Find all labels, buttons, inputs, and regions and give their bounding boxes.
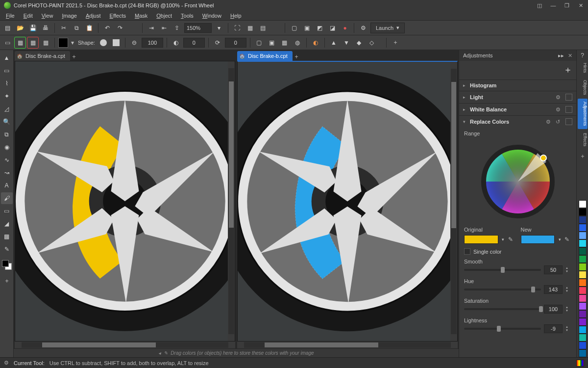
paint-tool[interactable]: 🖌: [1, 192, 13, 204]
tab-a[interactable]: Disc Brake-a.cpt: [15, 51, 70, 61]
lightness-spinner[interactable]: ▲▼: [565, 325, 571, 332]
mask-c-button[interactable]: ◩: [314, 23, 325, 33]
magic-wand-tool[interactable]: ✦: [1, 90, 13, 102]
help-icon[interactable]: ?: [581, 52, 584, 59]
fill-tool[interactable]: ◢: [1, 218, 13, 230]
menu-object[interactable]: Object: [152, 12, 176, 20]
scrollbar-h-a[interactable]: [15, 342, 235, 348]
palette-swatch[interactable]: [579, 263, 587, 271]
zoom-input[interactable]: [184, 23, 212, 33]
saturation-spinner[interactable]: ▲▼: [565, 306, 571, 313]
reset-icon[interactable]: ↺: [556, 119, 563, 125]
saturation-value[interactable]: 100: [544, 305, 563, 314]
menu-view[interactable]: View: [38, 12, 57, 20]
white-balance-section[interactable]: ▸ White Balance ⚙: [459, 104, 576, 115]
add-prop-button[interactable]: ＋: [390, 37, 401, 48]
palette-swatch[interactable]: [579, 326, 587, 334]
menu-help[interactable]: Help: [226, 12, 245, 20]
docker-collapse-icon[interactable]: ▸▸: [558, 53, 564, 59]
add-adjustment-button[interactable]: ＋: [564, 64, 572, 76]
smooth-slider[interactable]: [464, 269, 541, 271]
redo-button[interactable]: ↷: [115, 23, 125, 33]
launch-dropdown[interactable]: Launch▾: [370, 23, 405, 33]
hue-slider[interactable]: [464, 289, 541, 290]
palette-swatch[interactable]: [579, 342, 587, 349]
status-settings-icon[interactable]: ⚙: [4, 360, 9, 366]
minimize-icon[interactable]: —: [550, 2, 557, 9]
liquid-tool[interactable]: ∿: [1, 154, 13, 166]
pick-mode-a[interactable]: ▭: [2, 37, 13, 48]
color-well[interactable]: [2, 260, 12, 270]
zoom-tool[interactable]: 🔍: [1, 116, 13, 128]
paste-button[interactable]: 📋: [84, 23, 95, 33]
tool-opt-1[interactable]: ▲: [328, 37, 339, 48]
palette-swatch[interactable]: [579, 247, 587, 255]
color-range-wheel[interactable]: [464, 140, 571, 223]
dock-tab-effects[interactable]: Effects: [578, 130, 588, 149]
tab-a-plus[interactable]: ＋: [71, 53, 77, 61]
freehand-mask-tool[interactable]: ⌇: [1, 78, 13, 89]
palette-swatch[interactable]: [579, 302, 587, 310]
saturation-slider[interactable]: [464, 308, 541, 310]
pick-tool[interactable]: ▲: [1, 52, 13, 64]
shape-tool[interactable]: ▭: [1, 205, 13, 217]
hue-spinner[interactable]: ▲▼: [565, 286, 571, 293]
close-icon[interactable]: ✕: [577, 2, 584, 9]
fullscreen-button[interactable]: ⛶: [232, 23, 243, 33]
tray-eyedropper-icon[interactable]: ✎: [164, 350, 168, 356]
palette-swatch[interactable]: [579, 310, 587, 318]
visibility-toggle[interactable]: [565, 118, 572, 125]
dock-tab-adjustments[interactable]: Adjustments: [578, 99, 588, 129]
menu-effects[interactable]: Effects: [106, 12, 130, 20]
canvas-b[interactable]: [237, 61, 458, 342]
overlay-toggle[interactable]: ◐: [310, 37, 321, 48]
replace-colors-section[interactable]: ▾ Replace Colors ⚙ ↺: [459, 116, 576, 128]
mask-b-button[interactable]: ▣: [301, 23, 312, 33]
scrollbar-h-b[interactable]: [237, 342, 458, 348]
docker-close-icon[interactable]: ✕: [568, 53, 572, 59]
palette-swatch[interactable]: [579, 232, 587, 239]
palette-swatch[interactable]: [579, 224, 587, 232]
palette-swatch[interactable]: [579, 239, 587, 247]
menu-window[interactable]: Window: [198, 12, 225, 20]
prop-btn-1[interactable]: ▢: [254, 37, 265, 48]
maximize-icon[interactable]: ❐: [564, 2, 570, 9]
hue-value[interactable]: 143: [544, 285, 563, 294]
import-button[interactable]: ⇥: [146, 23, 157, 33]
color-tray[interactable]: ◂ ✎ Drag colors (or objects) here to sto…: [14, 348, 459, 357]
original-color-caret[interactable]: ▾: [500, 237, 506, 242]
gear-icon[interactable]: ⚙: [556, 106, 563, 113]
menu-edit[interactable]: Edit: [20, 12, 37, 20]
eyedropper-tool[interactable]: ✎: [1, 243, 13, 255]
original-eyedropper-icon[interactable]: ✎: [508, 236, 515, 243]
open-button[interactable]: 📂: [15, 23, 25, 33]
feather-input[interactable]: [183, 38, 205, 48]
mask-d-button[interactable]: ◪: [327, 23, 338, 33]
menu-tools[interactable]: Tools: [177, 12, 197, 20]
visibility-toggle[interactable]: [565, 106, 572, 113]
undo-button[interactable]: ↶: [102, 23, 113, 33]
menu-adjust[interactable]: Adjust: [82, 12, 105, 20]
tab-b-plus[interactable]: ＋: [294, 53, 299, 61]
original-color-swatch[interactable]: [464, 235, 498, 244]
palette-swatch[interactable]: [579, 279, 587, 287]
single-color-checkbox[interactable]: [464, 248, 470, 255]
palette-swatch[interactable]: [579, 200, 587, 208]
menu-mask[interactable]: Mask: [131, 12, 151, 20]
canvas-a[interactable]: [15, 61, 235, 342]
swatch-caret-icon[interactable]: ▾: [70, 39, 75, 46]
lightness-value[interactable]: -9: [544, 324, 563, 333]
notifications-icon[interactable]: ◫: [536, 2, 543, 9]
tool-opt-4[interactable]: ◇: [367, 37, 377, 48]
palette-swatch[interactable]: [579, 287, 587, 294]
add-tool-button[interactable]: ＋: [1, 275, 13, 287]
print-button[interactable]: 🖶: [40, 23, 51, 33]
zoom-caret-icon[interactable]: ▾: [214, 23, 224, 33]
palette-swatch[interactable]: [579, 294, 587, 302]
palette-swatch[interactable]: [579, 334, 587, 342]
lightness-slider[interactable]: [464, 328, 541, 330]
pick-mode-subtract[interactable]: ▦: [27, 37, 38, 48]
scrollbar-v-a[interactable]: [228, 61, 235, 341]
tool-opt-2[interactable]: ▼: [341, 37, 352, 48]
prop-btn-2[interactable]: ▣: [267, 37, 277, 48]
